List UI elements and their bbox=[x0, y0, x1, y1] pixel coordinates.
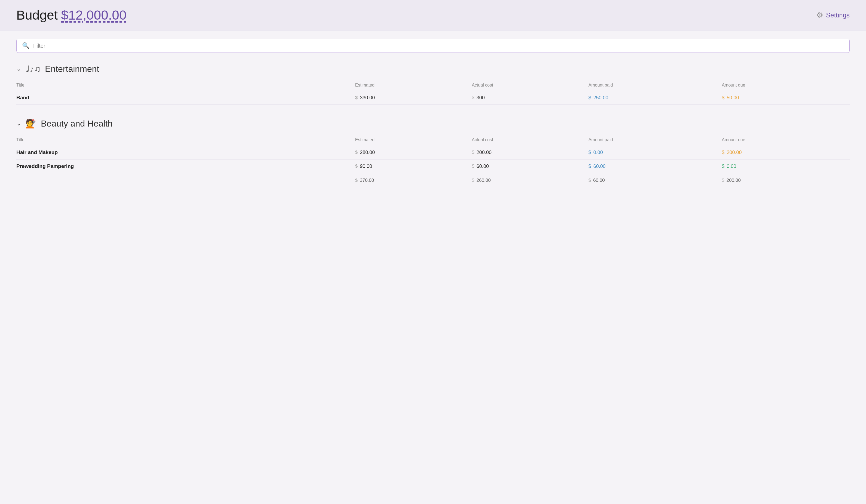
totals-row: $370.00$260.00$60.00$200.00 bbox=[16, 173, 850, 187]
dollar-icon: $ bbox=[472, 150, 474, 155]
budget-table-entertainment: TitleEstimatedActual costAmount paidAmou… bbox=[16, 81, 850, 105]
dollar-icon: $ bbox=[588, 95, 591, 101]
chevron-down-icon: ⌄ bbox=[16, 120, 21, 127]
paid-value: $0.00 bbox=[588, 150, 717, 156]
actual-value: $300 bbox=[472, 95, 583, 101]
chevron-down-icon: ⌄ bbox=[16, 65, 21, 72]
total-paid: $60.00 bbox=[588, 178, 717, 183]
category-icon-beauty: 💇 bbox=[25, 118, 36, 129]
table-row: Prewedding Pampering$90.00$60.00$60.00$0… bbox=[16, 159, 850, 173]
due-value: $0.00 bbox=[722, 163, 850, 169]
dollar-icon: $ bbox=[355, 178, 357, 183]
category-section-entertainment: ⌄ ♩♪♫ Entertainment TitleEstimatedActual… bbox=[16, 64, 850, 105]
search-icon: 🔍 bbox=[22, 42, 30, 49]
col-header-estimated: Estimated bbox=[350, 81, 466, 91]
item-title: Band bbox=[16, 95, 30, 100]
col-header-actual-cost: Actual cost bbox=[466, 81, 583, 91]
category-section-beauty: ⌄ 💇 Beauty and Health TitleEstimatedActu… bbox=[16, 118, 850, 187]
estimated-value: $90.00 bbox=[355, 163, 466, 169]
dollar-icon: $ bbox=[355, 95, 357, 100]
dollar-icon: $ bbox=[722, 178, 724, 183]
estimated-value: $280.00 bbox=[355, 150, 466, 156]
table-row: Band$330.00$300$250.00$50.00 bbox=[16, 91, 850, 105]
dollar-icon: $ bbox=[355, 163, 357, 169]
settings-label: Settings bbox=[826, 11, 850, 19]
dollar-icon: $ bbox=[588, 150, 591, 156]
col-header-amount-due: Amount due bbox=[716, 135, 850, 146]
main-content: 🔍 ⌄ ♩♪♫ Entertainment TitleEstimatedActu… bbox=[0, 31, 866, 209]
item-title: Hair and Makeup bbox=[16, 149, 58, 155]
dollar-icon: $ bbox=[472, 178, 474, 183]
paid-value: $250.00 bbox=[588, 95, 717, 101]
table-row: Hair and Makeup$280.00$200.00$0.00$200.0… bbox=[16, 146, 850, 159]
due-value: $200.00 bbox=[722, 150, 850, 156]
col-header-amount-due: Amount due bbox=[716, 81, 850, 91]
categories-container: ⌄ ♩♪♫ Entertainment TitleEstimatedActual… bbox=[16, 64, 850, 187]
actual-value: $200.00 bbox=[472, 150, 583, 156]
budget-amount[interactable]: $12,000.00 bbox=[61, 8, 126, 23]
col-header-amount-paid: Amount paid bbox=[583, 135, 717, 146]
dollar-icon: $ bbox=[355, 150, 357, 155]
due-value: $50.00 bbox=[722, 95, 850, 101]
estimated-value: $330.00 bbox=[355, 95, 466, 101]
paid-value: $60.00 bbox=[588, 163, 717, 169]
col-header-title: Title bbox=[16, 135, 350, 146]
total-actual: $260.00 bbox=[472, 178, 583, 183]
budget-table-beauty: TitleEstimatedActual costAmount paidAmou… bbox=[16, 135, 850, 187]
actual-value: $60.00 bbox=[472, 163, 583, 169]
category-header-beauty[interactable]: ⌄ 💇 Beauty and Health bbox=[16, 118, 850, 129]
category-title-beauty: Beauty and Health bbox=[41, 119, 112, 129]
category-header-entertainment[interactable]: ⌄ ♩♪♫ Entertainment bbox=[16, 64, 850, 74]
total-due: $200.00 bbox=[722, 178, 850, 183]
settings-button[interactable]: ⚙ Settings bbox=[817, 11, 850, 20]
category-icon-entertainment: ♩♪♫ bbox=[25, 64, 41, 74]
filter-input[interactable] bbox=[33, 43, 844, 49]
col-header-amount-paid: Amount paid bbox=[583, 81, 717, 91]
total-estimated: $370.00 bbox=[355, 178, 466, 183]
category-title-entertainment: Entertainment bbox=[45, 64, 99, 74]
dollar-icon: $ bbox=[722, 150, 724, 156]
dollar-icon: $ bbox=[588, 178, 591, 183]
item-title: Prewedding Pampering bbox=[16, 163, 74, 169]
dollar-icon: $ bbox=[472, 95, 474, 100]
col-header-estimated: Estimated bbox=[350, 135, 466, 146]
col-header-actual-cost: Actual cost bbox=[466, 135, 583, 146]
budget-label: Budget bbox=[16, 8, 58, 23]
dollar-icon: $ bbox=[588, 163, 591, 169]
budget-title: Budget $12,000.00 bbox=[16, 8, 126, 23]
page-header: Budget $12,000.00 ⚙ Settings bbox=[0, 0, 866, 31]
gear-icon: ⚙ bbox=[817, 11, 823, 20]
filter-bar: 🔍 bbox=[16, 39, 850, 53]
col-header-title: Title bbox=[16, 81, 350, 91]
dollar-icon: $ bbox=[472, 163, 474, 169]
dollar-icon: $ bbox=[722, 95, 724, 101]
dollar-icon: $ bbox=[722, 163, 724, 169]
